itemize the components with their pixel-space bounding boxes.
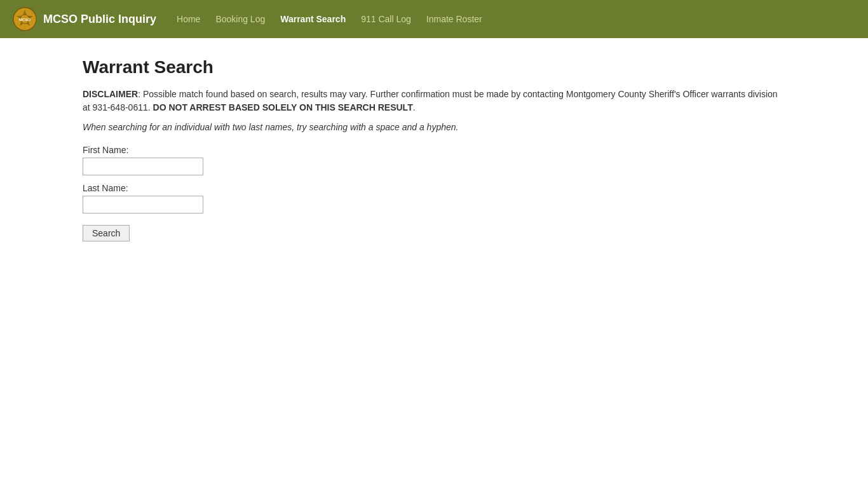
disclaimer-paragraph: DISCLAIMER: Possible match found based o… [83,88,785,114]
first-name-input[interactable] [83,158,203,175]
navbar-brand: MCSO MCSO Public Inquiry [13,7,156,31]
svg-text:MCSO: MCSO [19,18,31,22]
nav-link-call-log[interactable]: 911 Call Log [360,11,412,27]
last-name-label: Last Name: [83,183,785,193]
do-not-arrest-text: DO NOT ARREST BASED SOLELY ON THIS SEARC… [153,102,413,112]
nav-link-inmate-roster[interactable]: Inmate Roster [425,11,484,27]
nav-link-booking-log[interactable]: Booking Log [214,11,266,27]
disclaimer-label: DISCLAIMER [83,89,138,99]
disclaimer-end: . [413,102,416,112]
nav-link-warrant-search[interactable]: Warrant Search [279,11,347,27]
main-content: Warrant Search DISCLAIMER: Possible matc… [0,38,868,261]
last-name-input[interactable] [83,196,203,214]
last-name-group: Last Name: [83,183,785,214]
search-button[interactable]: Search [83,225,130,241]
navbar: MCSO MCSO Public Inquiry Home Booking Lo… [0,0,868,38]
sheriff-badge-icon: MCSO [13,7,37,31]
page-title: Warrant Search [83,57,785,78]
navbar-brand-title: MCSO Public Inquiry [43,13,156,26]
first-name-label: First Name: [83,145,785,155]
navbar-links: Home Booking Log Warrant Search 911 Call… [175,11,484,27]
italic-note: When searching for an individual with tw… [83,122,785,132]
nav-link-home[interactable]: Home [175,11,201,27]
first-name-group: First Name: [83,145,785,175]
